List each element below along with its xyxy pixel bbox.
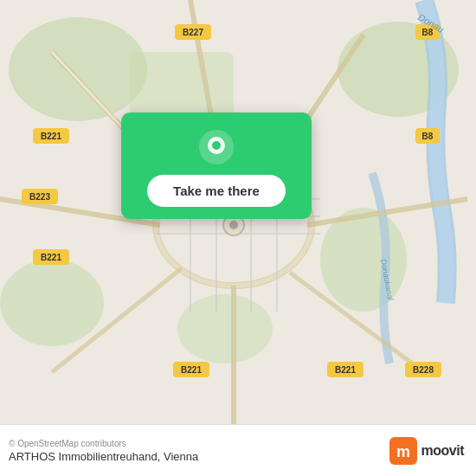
svg-text:B221: B221 xyxy=(335,365,356,375)
svg-rect-6 xyxy=(130,52,234,121)
moovit-text: moovit xyxy=(421,443,464,459)
location-name: ARTHOS Immobilientreuhand, Vienna xyxy=(9,450,198,463)
svg-text:B221: B221 xyxy=(41,253,61,262)
bottom-bar: © OpenStreetMap contributors ARTHOS Immo… xyxy=(0,424,476,476)
map-pin-icon xyxy=(197,128,235,166)
svg-point-4 xyxy=(0,260,104,346)
svg-point-5 xyxy=(177,294,273,363)
svg-point-46 xyxy=(229,221,238,229)
bottom-left: © OpenStreetMap contributors ARTHOS Immo… xyxy=(9,439,198,463)
svg-text:B223: B223 xyxy=(29,192,50,202)
svg-text:B8: B8 xyxy=(422,132,434,141)
moovit-logo[interactable]: m moovit xyxy=(389,437,464,465)
svg-text:B221: B221 xyxy=(181,365,202,375)
take-me-there-button[interactable]: Take me there xyxy=(147,175,286,207)
moovit-icon: m xyxy=(389,437,417,465)
map-container: B227 B8 B8 B221 B221 B223 B221 B221 B228… xyxy=(0,0,476,424)
svg-text:m: m xyxy=(396,443,410,460)
svg-point-1 xyxy=(9,17,147,121)
svg-text:B228: B228 xyxy=(413,365,434,375)
popup-card: Take me there xyxy=(121,113,312,219)
svg-text:B227: B227 xyxy=(183,28,203,37)
svg-point-50 xyxy=(212,141,221,150)
svg-text:B221: B221 xyxy=(41,132,61,141)
osm-attribution: © OpenStreetMap contributors xyxy=(9,439,198,448)
